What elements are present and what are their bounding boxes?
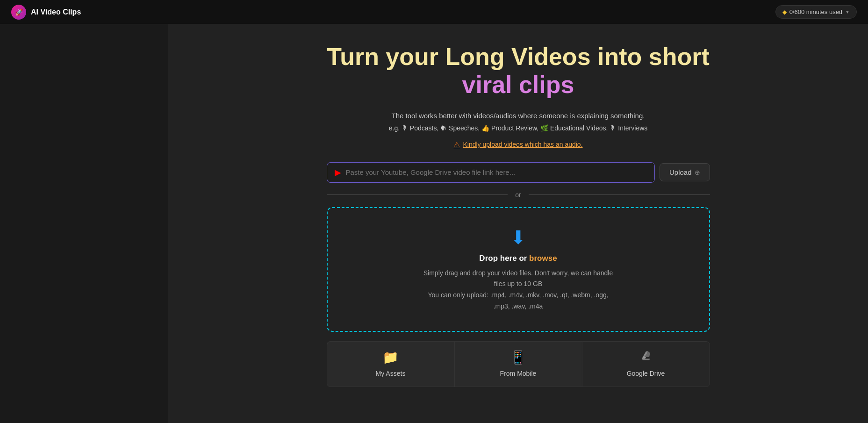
drop-arrow-icon: ⬇ — [337, 227, 700, 248]
sidebar — [0, 24, 168, 423]
warning-icon: ⚠ — [453, 140, 460, 149]
from-mobile-label: From Mobile — [500, 370, 537, 377]
google-drive-icon — [639, 349, 653, 365]
my-assets-label: My Assets — [376, 370, 406, 377]
hero-title: Turn your Long Videos into short viral c… — [327, 43, 710, 99]
source-buttons: 📁 My Assets 📱 From Mobile Google Drive — [327, 341, 710, 387]
brand-logo-icon: 🚀 — [15, 8, 23, 16]
or-divider: or — [327, 191, 710, 199]
brand: 🚀 AI Video Clips — [11, 5, 81, 20]
warning-message: ⚠ Kindly upload videos which has an audi… — [453, 140, 582, 149]
google-drive-button[interactable]: Google Drive — [582, 341, 710, 387]
hero-examples: e.g. 🎙 Podcasts, 🗣 Speeches, 👍 Product R… — [389, 124, 648, 132]
my-assets-button[interactable]: 📁 My Assets — [327, 341, 454, 387]
upload-btn-icon: ⊕ — [695, 169, 700, 176]
navbar: 🚀 AI Video Clips ◆ 0/600 minutes used ▼ — [0, 0, 868, 24]
or-text: or — [515, 191, 521, 199]
url-input-wrapper[interactable]: ▶ — [327, 162, 655, 183]
url-input[interactable] — [346, 168, 647, 176]
minutes-used-label: 0/600 minutes used — [789, 8, 842, 15]
from-mobile-icon: 📱 — [510, 350, 526, 365]
drop-text: Drop here or — [479, 254, 529, 263]
upload-button[interactable]: Upload ⊕ — [660, 163, 710, 181]
warning-text-content: Kindly upload videos which has an audio. — [463, 141, 582, 148]
my-assets-icon: 📁 — [382, 350, 399, 365]
brand-logo: 🚀 — [11, 5, 26, 20]
content-area: Turn your Long Videos into short viral c… — [168, 24, 868, 423]
drop-title: Drop here or browse — [337, 254, 700, 263]
youtube-icon: ▶ — [335, 167, 341, 178]
drop-zone[interactable]: ⬇ Drop here or browse Simply drag and dr… — [327, 207, 710, 332]
url-input-row: ▶ Upload ⊕ — [327, 162, 710, 183]
google-drive-label: Google Drive — [627, 370, 665, 377]
brand-name: AI Video Clips — [31, 8, 81, 16]
hero-title-line2: viral clips — [462, 71, 574, 98]
hero-subtitle: The tool works better with videos/audios… — [392, 110, 645, 122]
drop-desc-line1: Simply drag and drop your video files. D… — [337, 268, 700, 312]
minutes-used-badge[interactable]: ◆ 0/600 minutes used ▼ — [775, 5, 857, 19]
browse-link[interactable]: browse — [529, 254, 557, 263]
hero-title-line1: Turn your Long Videos into short — [327, 43, 710, 70]
main-content: Turn your Long Videos into short viral c… — [0, 24, 868, 423]
upload-button-label: Upload — [669, 168, 692, 176]
chevron-down-icon: ▼ — [845, 9, 850, 14]
diamond-icon: ◆ — [782, 9, 787, 15]
from-mobile-button[interactable]: 📱 From Mobile — [454, 341, 582, 387]
